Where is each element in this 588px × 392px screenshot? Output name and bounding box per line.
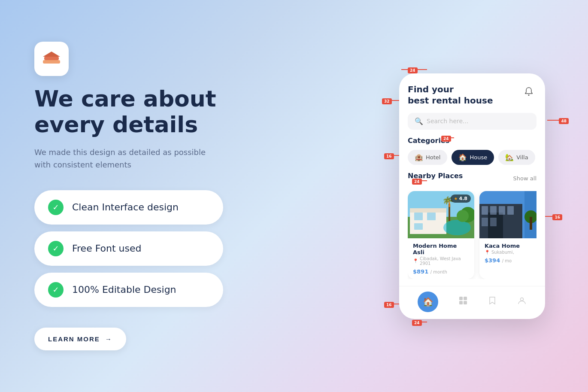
svg-rect-7 bbox=[410, 208, 446, 213]
rating-badge-1: ★ 4.8 bbox=[451, 194, 471, 203]
hotel-icon: 🏨 bbox=[415, 153, 423, 161]
category-house-label: House bbox=[470, 154, 487, 161]
show-all-link[interactable]: Show all bbox=[513, 175, 536, 182]
place-info-2: Kaca Home 📍 Sukabumi, $394 / mo bbox=[479, 238, 536, 268]
place-price-1: $891 / month bbox=[413, 268, 469, 275]
feature-list: Clean Interface design Free Font used 10… bbox=[34, 190, 309, 307]
svg-rect-28 bbox=[459, 297, 463, 300]
dim-badge-16-mid: 16 bbox=[384, 302, 394, 308]
svg-marker-2 bbox=[43, 52, 60, 57]
places-row: 🌴 ★ 4.8 Modern Home Asli bbox=[408, 191, 536, 279]
svg-rect-0 bbox=[43, 60, 60, 64]
place-info-1: Modern Home Asli 📍 Cibadak, West Java 29… bbox=[408, 238, 474, 279]
dim-badge-24-cat: 24 bbox=[441, 136, 451, 142]
svg-rect-9 bbox=[427, 213, 436, 220]
svg-rect-21 bbox=[499, 206, 505, 215]
place-name-1: Modern Home Asli bbox=[413, 243, 469, 255]
feature-label-editable: 100% Editable Design bbox=[72, 284, 176, 295]
nav-bookmark[interactable] bbox=[488, 296, 497, 307]
grid-nav-icon bbox=[458, 296, 468, 307]
star-icon: ★ bbox=[454, 196, 458, 201]
search-placeholder: Search here... bbox=[427, 118, 468, 125]
category-hotel-label: Hotel bbox=[426, 154, 440, 161]
svg-rect-19 bbox=[482, 206, 488, 215]
svg-rect-24 bbox=[490, 218, 497, 226]
right-section: 24 32 48 24 16 24 16 16 24 Find your bbox=[391, 73, 554, 319]
check-icon-font bbox=[48, 241, 64, 256]
phone-wrapper: 24 32 48 24 16 24 16 16 24 Find your bbox=[399, 73, 545, 319]
svg-rect-29 bbox=[464, 297, 467, 300]
check-icon-editable bbox=[48, 282, 64, 298]
search-bar[interactable]: 🔍 Search here... bbox=[408, 113, 536, 130]
place-card-kaca-home[interactable]: Kaca Home 📍 Sukabumi, $394 / mo bbox=[479, 191, 536, 279]
svg-rect-27 bbox=[530, 217, 532, 230]
category-hotel[interactable]: 🏨 Hotel bbox=[408, 150, 447, 165]
app-logo-container bbox=[34, 42, 69, 76]
dim-badge-32: 32 bbox=[382, 98, 392, 104]
dim-badge-16: 16 bbox=[384, 153, 394, 159]
category-house[interactable]: 🏠 House bbox=[452, 150, 494, 165]
home-nav-icon: 🏠 bbox=[423, 297, 433, 307]
header-title: Find your best rental house bbox=[408, 84, 493, 106]
layers-icon bbox=[41, 48, 62, 70]
svg-rect-22 bbox=[507, 206, 514, 215]
bookmark-nav-icon bbox=[488, 296, 497, 307]
feature-item-editable: 100% Editable Design bbox=[34, 273, 223, 307]
nav-grid[interactable] bbox=[458, 296, 468, 307]
svg-point-32 bbox=[520, 298, 523, 301]
svg-rect-31 bbox=[464, 301, 467, 304]
villa-icon: 🏡 bbox=[505, 153, 514, 161]
search-icon: 🔍 bbox=[415, 117, 423, 125]
svg-rect-8 bbox=[414, 213, 423, 220]
feature-label-clean: Clean Interface design bbox=[72, 202, 179, 213]
home-nav-button[interactable]: 🏠 bbox=[418, 292, 438, 312]
bottom-nav: 🏠 bbox=[399, 286, 545, 319]
feature-item-font: Free Font used bbox=[34, 231, 223, 266]
main-heading: We care about every details bbox=[34, 86, 309, 138]
feature-item-clean: Clean Interface design bbox=[34, 190, 223, 225]
svg-rect-20 bbox=[490, 206, 497, 215]
nav-profile[interactable] bbox=[517, 296, 527, 307]
place-card-modern-home[interactable]: 🌴 ★ 4.8 Modern Home Asli bbox=[408, 191, 474, 279]
category-villa-label: Villa bbox=[516, 154, 528, 161]
phone-mockup: Find your best rental house 🔍 Searc bbox=[399, 73, 545, 319]
check-icon-clean bbox=[48, 200, 64, 215]
app-header: Find your best rental house bbox=[408, 84, 536, 106]
nearby-header: Nearby Places Show all bbox=[408, 172, 536, 185]
svg-rect-23 bbox=[482, 218, 488, 226]
categories-label: Categories bbox=[408, 137, 536, 145]
place-image-modern-home: 🌴 ★ 4.8 bbox=[408, 191, 474, 238]
category-villa[interactable]: 🏡 Villa bbox=[498, 150, 535, 165]
house-icon: 🏠 bbox=[458, 153, 467, 161]
svg-point-3 bbox=[528, 94, 530, 96]
rating-value-1: 4.8 bbox=[459, 196, 468, 201]
place-image-kaca-home bbox=[479, 191, 536, 238]
dim-badge-24-nearby: 24 bbox=[412, 179, 422, 185]
feature-label-font: Free Font used bbox=[72, 243, 141, 254]
svg-rect-10 bbox=[414, 223, 423, 230]
place-name-2: Kaca Home bbox=[485, 243, 536, 249]
dim-badge-24-top: 24 bbox=[408, 67, 418, 73]
place-price-2: $394 / mo bbox=[485, 257, 536, 264]
svg-point-15 bbox=[457, 210, 469, 222]
profile-nav-icon bbox=[517, 296, 527, 307]
left-section: We care about every details We made this… bbox=[34, 42, 326, 350]
learn-more-button[interactable]: LEARN MORE → bbox=[34, 328, 126, 350]
nav-home[interactable]: 🏠 bbox=[418, 292, 438, 312]
subtitle-text: We made this design as detailed as possi… bbox=[34, 146, 215, 171]
notification-bell-icon[interactable] bbox=[521, 84, 536, 99]
categories-row: 🏨 Hotel 🏠 House 🏡 Villa bbox=[408, 150, 536, 165]
dim-badge-48: 48 bbox=[559, 118, 569, 124]
svg-rect-30 bbox=[459, 301, 463, 304]
place-location-2: 📍 Sukabumi, bbox=[485, 250, 536, 255]
dim-badge-24-bot: 24 bbox=[412, 320, 422, 326]
dim-badge-16-right: 16 bbox=[552, 214, 562, 220]
svg-rect-1 bbox=[44, 57, 59, 60]
place-location-1: 📍 Cibadak, West Java 2901 bbox=[413, 256, 469, 266]
